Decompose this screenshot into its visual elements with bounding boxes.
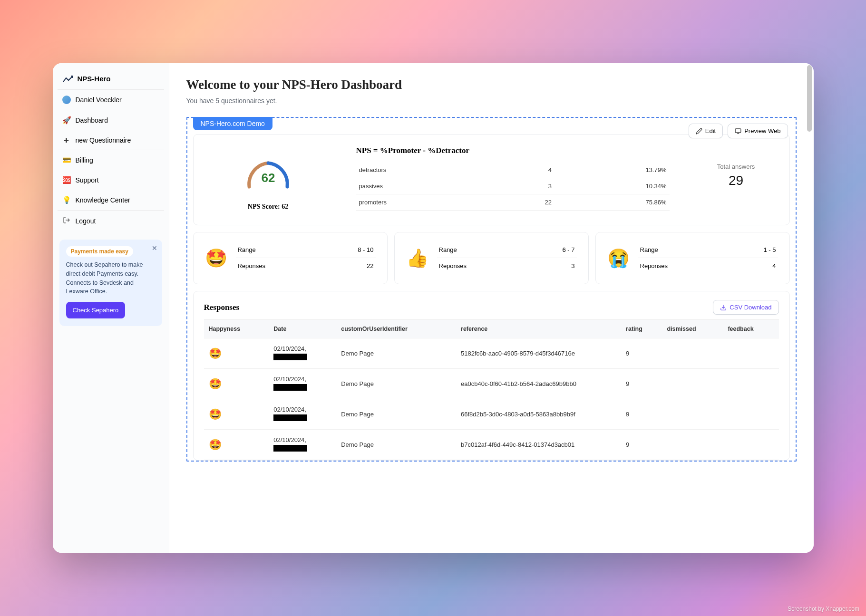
gauge: 62 NPS Score: 62 — [204, 144, 332, 215]
nps-summary-card: 62 NPS Score: 62 NPS = %Promoter - %Detr… — [193, 134, 790, 225]
cell-rating: 9 — [621, 430, 662, 460]
cell-identifier: Demo Page — [336, 338, 456, 369]
cell-happyness: 🤩 — [204, 369, 269, 399]
top-actions: Edit Preview Web — [689, 124, 788, 138]
cell-dismissed — [662, 399, 723, 430]
column-header: reference — [456, 320, 621, 338]
responses-label: Reponses — [437, 258, 530, 274]
user-name: Daniel Voeckler — [76, 96, 122, 104]
sidebar-item-label: new Questionnaire — [76, 136, 131, 144]
range-label: Range — [638, 242, 731, 258]
range-card: 😭 Range1 - 5 Reponses4 — [595, 232, 790, 284]
range-emoji-icon: 😭 — [607, 248, 630, 269]
svg-rect-0 — [735, 128, 741, 132]
nps-row-count: 22 — [500, 194, 555, 211]
range-emoji-icon: 🤩 — [205, 248, 227, 269]
responses-value: 4 — [730, 258, 778, 274]
table-row: 🤩 02/10/2024, Demo Page b7c012af-4f6d-44… — [204, 430, 779, 460]
nps-breakdown: NPS = %Promoter - %Detractor detractors4… — [347, 144, 679, 215]
app-window: NPS-Hero Daniel Voeckler 🚀 Dashboard new… — [53, 63, 814, 553]
star-icon: 🤩 — [209, 439, 222, 451]
brand-logo-icon — [62, 75, 74, 83]
sidebar-item-support[interactable]: 🆘 Support — [58, 170, 164, 190]
nps-row-pct: 75.86% — [555, 194, 669, 211]
cell-feedback — [723, 399, 778, 430]
nps-row-count: 4 — [500, 162, 555, 178]
range-label: Range — [236, 242, 322, 258]
responses-table: HappynessDatecustomOrUserIdentifierrefer… — [204, 319, 779, 460]
responses-value: 22 — [322, 258, 376, 274]
sidebar-item-label: Knowledge Center — [76, 196, 130, 204]
total-number: 29 — [693, 173, 779, 188]
cell-dismissed — [662, 430, 723, 460]
cell-reference: b7c012af-4f6d-449c-8412-01374d3acb01 — [456, 430, 621, 460]
sidebar-item-knowledge[interactable]: 💡 Knowledge Center — [58, 190, 164, 210]
nps-row-label: detractors — [356, 162, 501, 178]
demo-container: NPS-Hero.com Demo Edit Preview Web — [186, 117, 797, 462]
star-icon: 🤩 — [209, 347, 222, 359]
sidebar-user[interactable]: Daniel Voeckler — [58, 90, 164, 110]
promo-cta-button[interactable]: Check Sepahero — [66, 302, 126, 318]
range-label: Range — [437, 242, 530, 258]
sidebar-item-label: Support — [76, 176, 99, 184]
column-header: rating — [621, 320, 662, 338]
csv-download-button[interactable]: CSV Download — [713, 300, 778, 315]
cell-reference: 66f8d2b5-3d0c-4803-a0d5-5863a8bb9b9f — [456, 399, 621, 430]
promo-description: Check out Sepahero to make direct debit … — [66, 260, 156, 296]
card-icon: 💳 — [62, 156, 71, 164]
column-header: Date — [269, 320, 336, 338]
nps-row: detractors413.79% — [356, 162, 670, 178]
nps-row-pct: 13.79% — [555, 162, 669, 178]
range-cards: 🤩 Range8 - 10 Reponses22 👍 Range6 - 7 Re… — [193, 232, 790, 284]
nps-table: detractors413.79%passives310.34%promoter… — [356, 162, 670, 211]
sidebar-item-dashboard[interactable]: 🚀 Dashboard — [58, 110, 164, 130]
cell-rating: 9 — [621, 369, 662, 399]
logout-icon — [62, 216, 71, 225]
range-value: 8 - 10 — [322, 242, 376, 258]
edit-button[interactable]: Edit — [689, 124, 723, 138]
promo-close-icon[interactable]: ✕ — [152, 244, 157, 252]
preview-web-button[interactable]: Preview Web — [728, 124, 788, 138]
table-row: 🤩 02/10/2024, Demo Page 66f8d2b5-3d0c-48… — [204, 399, 779, 430]
responses-value: 3 — [529, 258, 576, 274]
redacted-time — [273, 414, 307, 421]
nps-row: promoters2275.86% — [356, 194, 670, 211]
sidebar-item-new-questionnaire[interactable]: new Questionnaire — [58, 130, 164, 150]
nps-row-count: 3 — [500, 178, 555, 194]
sos-icon: 🆘 — [62, 176, 71, 184]
scrollbar-thumb[interactable] — [807, 65, 812, 132]
nav-main-section: 🚀 Dashboard new Questionnaire — [58, 110, 164, 150]
star-icon: 🤩 — [209, 378, 222, 390]
total-label: Total answers — [693, 163, 779, 170]
cell-date: 02/10/2024, — [269, 369, 336, 399]
brand-name: NPS-Hero — [78, 75, 111, 83]
pencil-icon — [696, 128, 702, 135]
nav-logout-section: Logout — [58, 210, 164, 231]
sidebar-item-billing[interactable]: 💳 Billing — [58, 150, 164, 170]
sidebar-item-label: Logout — [76, 217, 96, 225]
cell-reference: 5182fc6b-aac0-4905-8579-d45f3d46716e — [456, 338, 621, 369]
sidebar: NPS-Hero Daniel Voeckler 🚀 Dashboard new… — [53, 63, 169, 553]
range-emoji-icon: 👍 — [406, 248, 428, 269]
gauge-value: 62 — [261, 171, 275, 185]
sidebar-item-logout[interactable]: Logout — [58, 211, 164, 231]
promo-box: ✕ Payments made easy Check out Sepahero … — [59, 240, 162, 326]
rocket-icon: 🚀 — [62, 116, 71, 125]
cell-dismissed — [662, 338, 723, 369]
plus-icon — [62, 136, 71, 144]
gauge-label: NPS Score: 62 — [204, 203, 332, 211]
nps-formula: NPS = %Promoter - %Detractor — [356, 146, 670, 155]
responses-label: Reponses — [638, 258, 731, 274]
scrollbar[interactable] — [807, 65, 812, 551]
responses-label: Reponses — [236, 258, 322, 274]
cell-dismissed — [662, 369, 723, 399]
sidebar-item-label: Billing — [76, 156, 93, 164]
nps-row-label: promoters — [356, 194, 501, 211]
cell-reference: ea0cb40c-0f60-41b2-b564-2adac69b9bb0 — [456, 369, 621, 399]
total-answers: Total answers 29 — [693, 144, 779, 215]
cell-date: 02/10/2024, — [269, 338, 336, 369]
column-header: Happyness — [204, 320, 269, 338]
range-table: Range1 - 5 Reponses4 — [638, 242, 778, 274]
redacted-time — [273, 445, 307, 452]
range-card: 👍 Range6 - 7 Reponses3 — [394, 232, 589, 284]
